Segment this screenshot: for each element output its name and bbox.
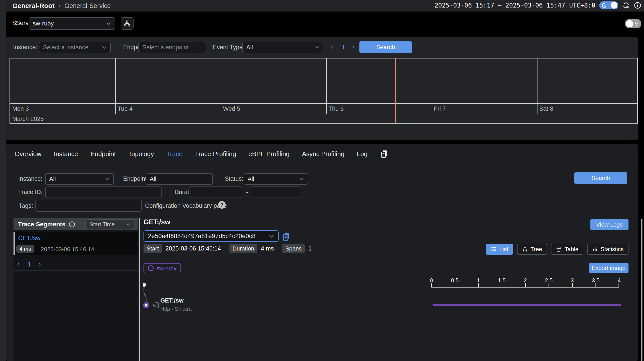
vocabulary-link[interactable]: Configuration Vocabulary page xyxy=(145,202,227,209)
segments-prev-page[interactable]: ‹ xyxy=(17,260,20,268)
calendar-gridline xyxy=(537,58,538,103)
theme-toggle[interactable] xyxy=(599,1,618,9)
event-calendar[interactable]: Mon 3 Tue 4 Wed 5 Thu 6 Fri 7 Sat 8 Marc… xyxy=(10,58,638,124)
chevron-down-icon xyxy=(314,46,319,49)
table-icon xyxy=(556,246,562,252)
tab-endpoint[interactable]: Endpoint xyxy=(90,150,116,158)
segments-page-number[interactable]: 1 xyxy=(28,261,31,268)
start-chip: Start xyxy=(144,244,162,253)
filter-tags-input[interactable] xyxy=(36,200,142,212)
axis-tick-label: 0 xyxy=(430,277,433,284)
chevron-down-icon xyxy=(105,178,110,180)
statistics-icon xyxy=(592,246,598,252)
tab-overview[interactable]: Overview xyxy=(14,150,42,158)
service-legend-chip[interactable]: sw-ruby xyxy=(144,263,181,273)
calendar-month-label: March 2025 xyxy=(12,116,44,122)
trace-meta-row: Start 2025-03-06 15:46:14 Duration 4 ms … xyxy=(144,244,312,253)
event-search-button[interactable]: Search xyxy=(360,41,412,53)
tab-log[interactable]: Log xyxy=(357,150,368,158)
topology-button[interactable] xyxy=(121,17,134,30)
widget-copy-icon[interactable] xyxy=(380,150,388,158)
tab-ebpf-profiling[interactable]: eBPF Profiling xyxy=(248,150,290,158)
calendar-gridline xyxy=(326,58,327,103)
span-node-dot[interactable] xyxy=(143,302,149,308)
moon-icon xyxy=(601,2,607,8)
filter-status-select[interactable]: All xyxy=(244,173,308,185)
tab-async-profiling[interactable]: Async Profiling xyxy=(302,150,344,158)
event-endpoint-placeholder: Select a endpoint xyxy=(142,44,189,51)
segments-divider xyxy=(14,270,138,271)
refresh-icon[interactable] xyxy=(622,2,630,9)
timezone[interactable]: UTC+8:0 xyxy=(569,2,595,9)
event-endpoint-input[interactable]: Select a endpoint xyxy=(138,42,206,53)
axis-tick xyxy=(478,283,479,287)
event-prev-page[interactable]: ‹ xyxy=(331,42,334,51)
span-duration-bar[interactable] xyxy=(432,304,621,306)
filter-instance-select[interactable]: All xyxy=(45,173,114,185)
filter-duration-min-input[interactable] xyxy=(189,186,242,198)
duration-chip: Duration xyxy=(230,244,257,253)
version-toggle-knob xyxy=(626,20,633,27)
spans-value: 1 xyxy=(308,245,312,252)
filter-status-label: Status: xyxy=(225,176,244,182)
trace-search-button[interactable]: Search xyxy=(574,172,628,184)
tab-topology[interactable]: Topology xyxy=(128,150,154,158)
event-next-page[interactable]: › xyxy=(352,42,355,51)
view-statistics-button[interactable]: Statistics xyxy=(587,244,628,255)
filter-traceid-input[interactable] xyxy=(45,186,162,198)
axis-tick-label: 0.5 xyxy=(451,277,459,284)
info-icon[interactable] xyxy=(634,2,641,9)
service-select[interactable]: sw-ruby xyxy=(29,17,115,30)
filter-instance-value: All xyxy=(49,176,56,182)
calendar-tick xyxy=(221,103,221,114)
span-name[interactable]: GET:/sw xyxy=(160,297,184,304)
calendar-tick xyxy=(116,103,116,114)
axis-tick xyxy=(525,283,526,287)
event-instance-select[interactable]: Select a instance xyxy=(39,42,111,53)
breadcrumb-root[interactable]: General-Root xyxy=(12,2,54,10)
trace-id-select[interactable]: 2e50a4f6884d497a81e97d5c4c20e0c8 xyxy=(144,230,278,242)
time-range[interactable]: 2025-03-06 15:17 ~ 2025-03-06 15:47 xyxy=(434,2,565,9)
segment-accent-bar xyxy=(14,232,15,255)
calendar-gridline xyxy=(432,58,432,103)
view-list-button[interactable]: List xyxy=(486,244,513,255)
segments-info-icon[interactable] xyxy=(69,221,75,228)
chevron-down-icon xyxy=(299,178,304,180)
segments-sort-select[interactable]: Start Time xyxy=(86,220,134,229)
calendar-day-label: Tue 4 xyxy=(118,106,133,112)
tab-trace-profiling[interactable]: Trace Profiling xyxy=(195,150,236,158)
tab-instance[interactable]: Instance xyxy=(54,150,78,158)
filter-tags-label: Tags: xyxy=(19,202,33,209)
segments-next-page[interactable]: › xyxy=(38,260,41,268)
view-logs-button[interactable]: View Logs xyxy=(590,219,628,230)
view-list-label: List xyxy=(500,246,508,253)
export-image-button[interactable]: Export image xyxy=(589,263,628,273)
axis-tick-label: 1.5 xyxy=(498,277,506,284)
event-type-select[interactable]: All xyxy=(242,42,323,53)
event-page-number[interactable]: 1 xyxy=(342,44,345,51)
skywalking-app: General-Root › General-Service 2025-03-0… xyxy=(0,0,644,361)
filter-endpoint-input[interactable]: All xyxy=(146,173,213,185)
view-tree-button[interactable]: Tree xyxy=(517,244,547,255)
segment-name[interactable]: GET:/sw xyxy=(18,235,40,242)
filter-traceid-label: Trace ID: xyxy=(18,189,42,196)
chevron-down-icon xyxy=(126,223,130,226)
dashboard-tabs: Overview Instance Endpoint Topology Trac… xyxy=(14,149,388,159)
segment-list-item[interactable]: GET:/sw 4 ms 2025-03-06 15:46:14 xyxy=(14,232,138,255)
start-value: 2025-03-06 15:46:14 xyxy=(166,245,221,252)
segments-list: GET:/sw 4 ms 2025-03-06 15:46:14 ‹ 1 › xyxy=(14,230,138,361)
tab-trace[interactable]: Trace xyxy=(166,150,182,158)
panel-resize-handle[interactable] xyxy=(139,218,140,361)
calendar-tick xyxy=(326,103,327,114)
calendar-tick xyxy=(537,103,538,114)
scrollbar-thumb[interactable] xyxy=(641,219,642,361)
segment-start-time: 2025-03-06 15:46:14 xyxy=(41,246,94,253)
calendar-gridline xyxy=(221,58,221,103)
entry-span-icon xyxy=(152,301,160,309)
help-icon[interactable]: ? xyxy=(218,201,226,209)
version-toggle[interactable]: V xyxy=(625,19,641,28)
filter-duration-max-input[interactable] xyxy=(251,186,301,198)
view-table-button[interactable]: Table xyxy=(551,244,583,255)
copy-trace-id-icon[interactable] xyxy=(282,232,290,242)
calendar-day-label: Sat 8 xyxy=(539,106,553,112)
